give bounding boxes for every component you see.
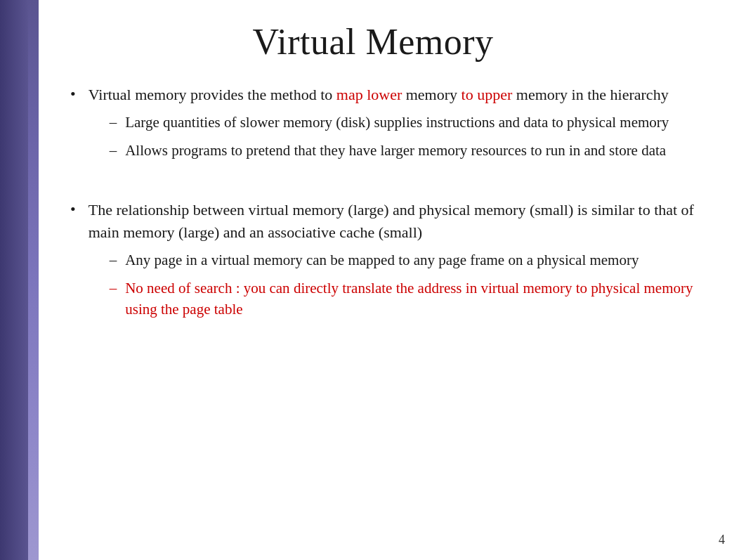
sub2b-red1: No need of search: [125, 280, 232, 297]
left-accent-inner: [0, 0, 28, 560]
slide-content: • Virtual memory provides the method to …: [70, 84, 704, 327]
bullet2-text1: The relationship between virtual memory …: [89, 201, 694, 241]
sub-bullet-2b: – No need of search : you can directly t…: [110, 278, 704, 320]
bullet1-red1: map lower: [336, 86, 402, 103]
sub-bullet-2a: – Any page in a virtual memory can be ma…: [110, 249, 704, 271]
bullet-dot-1: •: [70, 85, 76, 103]
bullet-dot-2: •: [70, 200, 76, 219]
bullet1-text2: memory: [402, 86, 461, 103]
sub-dash-1a: –: [110, 112, 117, 133]
slide-title: Virtual Memory: [42, 21, 704, 63]
bullet-text-1: Virtual memory provides the method to ma…: [89, 84, 669, 169]
sub-text-2b: No need of search : you can directly tra…: [125, 278, 704, 320]
bullet-item-2: • The relationship between virtual memor…: [70, 199, 704, 327]
sub-dash-2b: –: [110, 278, 117, 299]
left-accent-bar: [0, 0, 39, 560]
sub-text-1a: Large quantities of slower memory (disk)…: [125, 112, 669, 133]
sub-dash-1b: –: [110, 140, 117, 161]
slide: Virtual Memory • Virtual memory provides…: [0, 0, 746, 560]
sub-bullets-2: – Any page in a virtual memory can be ma…: [110, 249, 704, 320]
sub2b-red2: directly translate: [294, 280, 393, 297]
spacer-1: [70, 181, 704, 199]
bullet1-red2: to upper: [462, 86, 513, 103]
sub-dash-2a: –: [110, 249, 117, 271]
sub-text-2a: Any page in a virtual memory can be mapp…: [125, 249, 639, 271]
page-number: 4: [719, 533, 725, 547]
sub-bullet-1a: – Large quantities of slower memory (dis…: [110, 112, 669, 133]
bullet1-text1: Virtual memory provides the method to: [89, 86, 336, 103]
bullet1-text3: memory in the hierarchy: [512, 86, 668, 103]
sub-bullet-1b: – Allows programs to pretend that they h…: [110, 140, 669, 161]
bullet-item-1: • Virtual memory provides the method to …: [70, 84, 704, 169]
bullet-text-2: The relationship between virtual memory …: [89, 199, 704, 327]
sub2b-text1: : you can: [232, 280, 293, 297]
sub-bullets-1: – Large quantities of slower memory (dis…: [110, 112, 669, 162]
sub-text-1b: Allows programs to pretend that they hav…: [125, 140, 666, 161]
